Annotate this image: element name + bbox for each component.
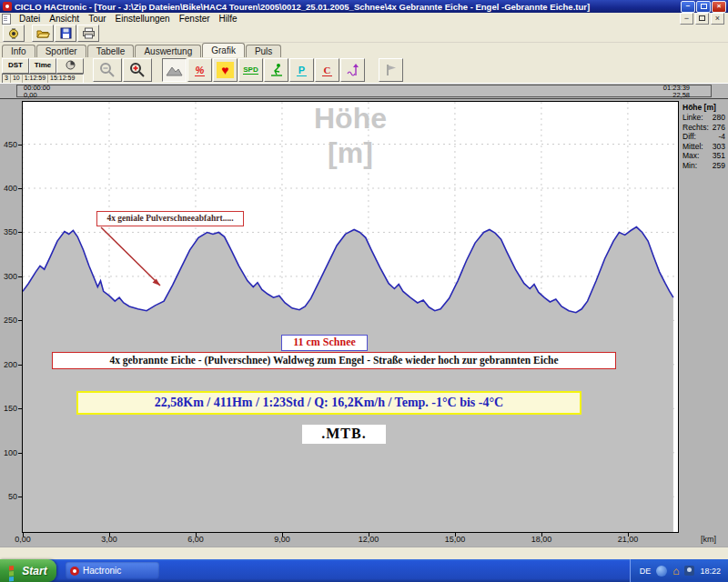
app-icon — [3, 2, 12, 11]
stat-value: -4 — [718, 132, 725, 142]
tab-info[interactable]: Info — [2, 45, 35, 57]
y-axis-label: 50 — [0, 492, 17, 501]
y-axis-label: 350 — [0, 227, 17, 236]
dst-button[interactable]: DST — [2, 58, 29, 74]
tab-puls[interactable]: Puls — [246, 45, 281, 57]
title-bar: CICLO HACtronic - [Tour - J:\Zip Dateien… — [0, 0, 728, 13]
altitude-icon — [166, 65, 183, 76]
stat-row: Max:351 — [680, 151, 728, 161]
stat-label: Rechts: — [682, 123, 709, 133]
temperature-toggle-button[interactable] — [340, 58, 365, 82]
save-button[interactable] — [55, 25, 76, 42]
printer-icon — [82, 27, 96, 39]
desktop: { "window": { "title": "CICLO HACtronic … — [0, 0, 728, 582]
menu-item-ansicht[interactable]: Ansicht — [45, 14, 84, 24]
stat-label: Max: — [682, 151, 699, 161]
tab-sportler[interactable]: Sportler — [36, 45, 86, 57]
y-axis-label: 250 — [0, 316, 17, 325]
menu-item-hilfe[interactable]: Hilfe — [215, 14, 242, 24]
menu-item-fenster[interactable]: Fenster — [175, 14, 215, 24]
calorie-toggle-button[interactable]: C — [315, 58, 339, 82]
stat-value: 303 — [713, 142, 725, 152]
print-button[interactable] — [77, 25, 99, 42]
stat-value: 351 — [713, 151, 725, 161]
document-icon[interactable] — [2, 14, 11, 25]
start-button[interactable]: Start — [0, 559, 56, 582]
zoom-in-button[interactable] — [123, 58, 152, 82]
range-end-values: 01:23:3922,58 — [663, 85, 690, 99]
mdi-close-icon[interactable]: × — [711, 13, 724, 25]
menu-item-datei[interactable]: Datei — [15, 14, 45, 24]
range-selector[interactable]: 00:00:000,00 01:23:3922,58 — [0, 83, 728, 99]
y-axis-tick — [18, 145, 22, 146]
skier-icon — [269, 63, 284, 77]
device-download-button[interactable] — [3, 25, 25, 42]
y-axis-label: 450 — [0, 140, 17, 149]
mdi-minimize-icon[interactable]: − — [680, 13, 693, 25]
menu-item-einstellungen[interactable]: Einstellungen — [111, 14, 175, 24]
watch-icon — [7, 27, 20, 40]
stat-label: Mittel: — [682, 142, 703, 152]
y-axis-tick — [18, 232, 22, 233]
restore-icon[interactable] — [696, 1, 711, 13]
application-window: CICLO HACtronic - [Tour - J:\Zip Dateien… — [0, 0, 728, 559]
language-indicator[interactable]: DE — [640, 567, 652, 576]
annotation-snow: 11 cm Schnee — [281, 335, 368, 351]
y-axis-tick — [18, 365, 22, 366]
start-label: Start — [22, 565, 46, 577]
time-button[interactable]: Time — [29, 58, 56, 74]
pulse-toggle-button[interactable]: ♥ — [213, 58, 238, 82]
open-button[interactable] — [32, 25, 54, 42]
range-track[interactable] — [16, 85, 712, 97]
x-axis-tick — [628, 533, 629, 537]
x-axis-tick — [541, 533, 542, 537]
y-axis-tick — [18, 497, 22, 497]
open-folder-icon — [36, 28, 50, 39]
minimize-icon[interactable]: − — [681, 1, 695, 13]
x-axis-tick — [109, 533, 110, 537]
slope-toggle-button[interactable]: % — [187, 58, 212, 82]
pause-toggle-button[interactable]: P — [289, 58, 314, 82]
menu-bar: DateiAnsichtTourEinstellungenFensterHilf… — [0, 13, 728, 25]
speed-icon: SPD — [243, 65, 258, 75]
y-axis-tick — [18, 188, 22, 189]
tab-grafik[interactable]: Grafik — [202, 43, 245, 57]
stats-title: Höhe [m] — [680, 103, 728, 112]
annotation-route: 4x gebrannte Eiche - (Pulverschnee) Wald… — [52, 352, 616, 369]
windows-flag-icon — [9, 565, 19, 576]
tray-user-icon[interactable] — [684, 566, 694, 576]
save-icon — [60, 27, 72, 39]
annotation-summary: 22,58Km / 411Hm / 1:23Std / Q: 16,2Km/h … — [76, 391, 581, 415]
y-axis-label: 200 — [0, 360, 17, 369]
tray-messenger-icon[interactable] — [656, 566, 667, 577]
temperature-icon — [346, 63, 360, 77]
tray-home-icon[interactable]: ⌂ — [672, 566, 679, 577]
cadence-figure-button[interactable] — [264, 58, 288, 82]
clock-button[interactable] — [56, 58, 84, 74]
close-icon[interactable]: × — [712, 1, 726, 13]
clock-icon — [66, 60, 76, 70]
stat-row: Rechts:276 — [680, 123, 728, 133]
range-start-values: 00:00:000,00 — [24, 85, 50, 99]
stat-row: Diff:-4 — [680, 132, 728, 142]
marker-button[interactable] — [379, 58, 403, 82]
flag-icon — [385, 64, 398, 76]
slope-icon: % — [195, 65, 206, 76]
tab-tabelle[interactable]: Tabelle — [87, 45, 135, 57]
stat-row: Linke:280 — [680, 113, 728, 123]
zoom-out-button[interactable] — [93, 58, 122, 82]
mdi-restore-icon[interactable] — [695, 13, 709, 25]
altitude-toggle-button[interactable] — [162, 58, 187, 82]
status-value: 3 — [3, 75, 11, 83]
taskbar: Start Hactronic DE ⌂ 18:22 — [0, 559, 728, 582]
y-axis-tick — [18, 320, 22, 321]
stat-label: Linke: — [682, 113, 703, 123]
tab-auswertung[interactable]: Auswertung — [135, 45, 201, 57]
speed-toggle-button[interactable]: SPD — [238, 58, 263, 82]
stat-label: Min: — [682, 161, 697, 171]
zoom-in-icon — [129, 62, 146, 78]
x-axis-tick — [282, 533, 283, 537]
menu-item-tour[interactable]: Tour — [84, 14, 110, 24]
status-value: 10 — [11, 75, 23, 83]
taskbar-item-hactronic[interactable]: Hactronic — [66, 562, 159, 579]
